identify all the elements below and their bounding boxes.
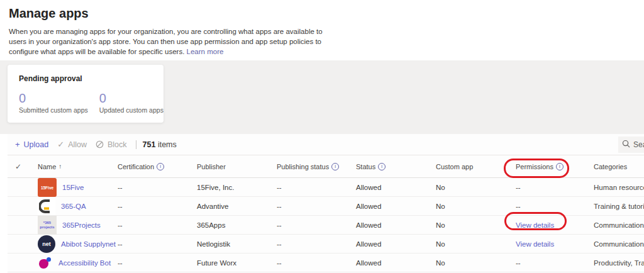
info-icon[interactable]: i	[331, 163, 339, 170]
info-icon[interactable]: i	[378, 163, 386, 170]
permissions-cell: --	[508, 259, 586, 267]
custom-app-cell: No	[428, 240, 508, 248]
submitted-count: 0	[19, 91, 88, 105]
publisher-cell: Netlogistik	[189, 240, 269, 248]
block-icon	[96, 140, 104, 148]
view-details-link[interactable]: View details	[516, 240, 554, 248]
sort-ascending-icon: ↑	[58, 163, 62, 170]
categories-cell: Productivity, Training	[586, 259, 644, 267]
table-toolbar: + Upload ✓ Allow Block 751 items	[8, 134, 644, 155]
search-icon	[622, 139, 630, 150]
app-name-link[interactable]: Accessibility Bot	[58, 259, 111, 267]
table-row[interactable]: 15Five 15Five -- 15Five, Inc. -- Allowed…	[8, 178, 644, 197]
updated-label: Updated custom apps	[99, 106, 164, 114]
table-row[interactable]: Accessibility Bot -- Future Worx -- Allo…	[8, 254, 644, 272]
publishing-status-cell: --	[269, 240, 348, 248]
search-box[interactable]	[618, 136, 644, 153]
block-button[interactable]: Block	[94, 140, 135, 149]
column-header-status[interactable]: Status i	[348, 163, 428, 170]
publisher-cell: 15Five, Inc.	[189, 184, 269, 191]
app-name-link[interactable]: 15Five	[62, 184, 84, 191]
custom-app-cell: No	[428, 184, 508, 191]
allow-button[interactable]: ✓ Allow	[56, 140, 94, 149]
certification-cell: --	[110, 259, 189, 267]
status-cell: Allowed	[348, 240, 428, 248]
app-name-link[interactable]: Abibot Supplynet	[61, 240, 116, 248]
365qa-logo-icon	[38, 198, 55, 215]
select-all-checkbox[interactable]: ✓	[8, 162, 30, 171]
learn-more-link[interactable]: Learn more	[187, 48, 224, 55]
15five-logo-icon: 15Five	[38, 178, 57, 197]
view-details-link[interactable]: View details	[516, 221, 554, 229]
submitted-custom-apps-stat: 0 Submitted custom apps	[19, 91, 88, 114]
abibot-logo-icon: net	[38, 235, 55, 253]
permissions-cell: --	[508, 203, 586, 210]
column-header-name[interactable]: Name ↑	[30, 163, 110, 170]
categories-cell: Communication, IT/a	[586, 240, 644, 248]
page-description: When you are managing apps for your orga…	[9, 26, 331, 57]
publisher-cell: Future Worx	[189, 259, 269, 267]
upload-button[interactable]: + Upload	[14, 140, 56, 149]
app-name-link[interactable]: 365Projects	[62, 221, 101, 229]
accessibility-bot-logo-icon	[38, 255, 53, 270]
table-header-row: ✓ Name ↑ Certification i Publisher Publi…	[8, 155, 644, 178]
status-cell: Allowed	[348, 203, 428, 210]
publishing-status-cell: --	[269, 259, 348, 267]
publishing-status-cell: --	[269, 203, 348, 210]
publishing-status-cell: --	[269, 184, 348, 191]
certification-cell: --	[110, 240, 189, 248]
apps-table-panel: + Upload ✓ Allow Block 751 items	[8, 134, 644, 273]
certification-cell: --	[110, 203, 189, 210]
categories-cell: Training & tutorial	[586, 203, 644, 210]
column-header-custom-app[interactable]: Custom app	[428, 163, 508, 170]
permissions-cell: View details	[508, 221, 586, 229]
column-header-permissions[interactable]: Permissions i	[508, 163, 586, 170]
app-name-link[interactable]: 365-QA	[61, 203, 86, 210]
updated-count: 0	[99, 91, 164, 105]
custom-app-cell: No	[428, 221, 508, 229]
categories-cell: Human resources &	[586, 184, 644, 191]
toolbar-divider	[136, 140, 136, 149]
table-row[interactable]: 365-QA -- Advantive -- Allowed No -- Tra…	[8, 197, 644, 216]
page-header: Manage apps When you are managing apps f…	[0, 0, 644, 57]
page-title: Manage apps	[9, 6, 635, 21]
submitted-label: Submitted custom apps	[19, 106, 88, 114]
info-icon[interactable]: i	[556, 163, 564, 170]
status-cell: Allowed	[348, 184, 428, 191]
status-cell: Allowed	[348, 259, 428, 267]
page-description-text: When you are managing apps for your orga…	[9, 28, 323, 55]
publishing-status-cell: --	[269, 221, 348, 229]
plus-icon: +	[15, 140, 20, 148]
table-row[interactable]: *365 projects 365Projects -- 365Apps -- …	[8, 216, 644, 235]
pending-approval-title: Pending approval	[19, 74, 152, 83]
column-header-certification[interactable]: Certification i	[110, 163, 189, 170]
publisher-cell: 365Apps	[189, 221, 269, 229]
column-header-categories[interactable]: Categories	[586, 163, 644, 170]
certification-cell: --	[110, 221, 189, 229]
select-all-check-icon: ✓	[15, 162, 21, 171]
certification-cell: --	[110, 184, 189, 191]
permissions-cell: View details	[508, 240, 586, 248]
status-cell: Allowed	[348, 221, 428, 229]
column-header-publisher[interactable]: Publisher	[189, 163, 269, 170]
updated-custom-apps-stat: 0 Updated custom apps	[99, 91, 164, 114]
table-row[interactable]: net Abibot Supplynet -- Netlogistik -- A…	[8, 235, 644, 254]
items-count: 751 items	[143, 140, 177, 149]
permissions-cell: --	[508, 184, 586, 191]
info-icon[interactable]: i	[157, 163, 164, 170]
custom-app-cell: No	[428, 259, 508, 267]
publisher-cell: Advantive	[189, 203, 269, 210]
365projects-logo-icon: *365 projects	[38, 216, 57, 235]
search-input[interactable]	[633, 140, 644, 149]
custom-app-cell: No	[428, 203, 508, 210]
column-header-publishing-status[interactable]: Publishing status i	[269, 163, 348, 170]
categories-cell: Communication, Pro	[586, 221, 644, 229]
pending-approval-card: Pending approval 0 Submitted custom apps…	[8, 65, 164, 123]
check-icon: ✓	[57, 140, 64, 148]
